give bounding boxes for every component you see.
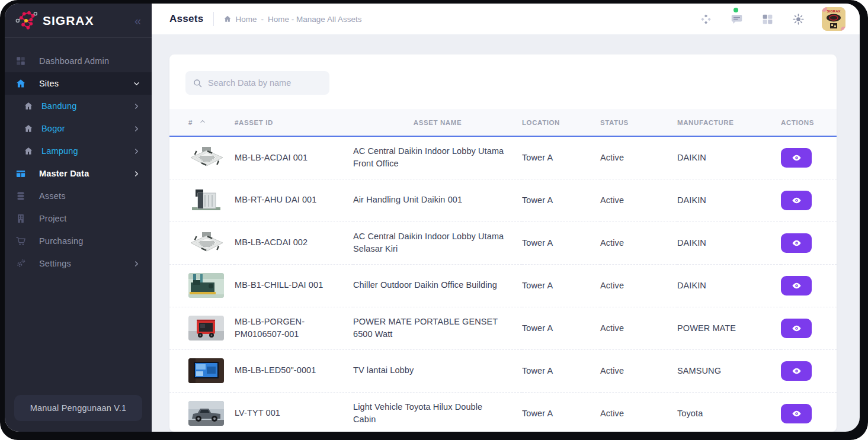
- status-cell: Active: [600, 136, 677, 179]
- home-icon: [24, 124, 33, 133]
- home-icon: [24, 146, 33, 156]
- table-icon: [15, 168, 26, 179]
- sidebar-item-settings[interactable]: Settings: [5, 252, 152, 275]
- table-header: ##ASSET IDASSET NAMELOCATIONSTATUSMANUFA…: [169, 109, 837, 136]
- diamond-menu-button[interactable]: [699, 12, 713, 26]
- sidebar-collapse-button[interactable]: «: [134, 15, 141, 27]
- content-area: ##ASSET IDASSET NAMELOCATIONSTATUSMANUFA…: [152, 34, 860, 432]
- sort-asc-icon[interactable]: [200, 118, 206, 124]
- asset-name-cell: Light Vehicle Toyota Hilux Double Cabin: [353, 392, 522, 432]
- sidebar-logo-row: SIGRAX «: [5, 4, 152, 38]
- status-cell: Active: [600, 307, 677, 349]
- status-cell: Active: [600, 264, 677, 307]
- sidebar-item-project[interactable]: Project: [5, 207, 152, 230]
- location-cell: Tower A: [522, 349, 600, 392]
- asset-thumbnail-vehicle: [188, 401, 224, 426]
- manual-button[interactable]: Manual Penggunaan V.1: [14, 395, 142, 421]
- page-title: Assets: [169, 13, 204, 25]
- main-area: Assets Home - Home - Manage All Assets: [152, 4, 860, 432]
- status-cell: Active: [600, 221, 677, 264]
- search-input[interactable]: [208, 78, 322, 88]
- asset-name-cell: AC Central Daikin Indoor Lobby Utama Sel…: [353, 221, 522, 264]
- view-asset-button[interactable]: [781, 319, 812, 338]
- manufacture-cell: DAIKIN: [677, 136, 781, 179]
- database-icon: [15, 191, 26, 201]
- table-row: MB-LB-ACDAI 002AC Central Daikin Indoor …: [169, 221, 837, 264]
- eye-icon: [792, 238, 802, 248]
- view-asset-button[interactable]: [781, 404, 812, 423]
- asset-name-cell: AC Central Daikin Indoor Lobby Utama Fro…: [353, 136, 522, 179]
- table-row: MB-B1-CHILL-DAI 001Chiller Outdoor Daiki…: [169, 264, 837, 307]
- diamond-cluster-icon: [700, 13, 712, 25]
- status-cell: Active: [600, 179, 677, 221]
- sun-icon: [792, 13, 805, 25]
- asset-thumbnail-ac-cassette: [188, 230, 224, 255]
- column-header-asset-name: ASSET NAME: [353, 109, 522, 136]
- asset-id-cell: MB-B1-CHILL-DAI 001: [235, 264, 353, 307]
- column-header-[interactable]: #: [169, 109, 235, 136]
- location-cell: Tower A: [522, 264, 600, 307]
- grid-icon: [761, 13, 774, 25]
- sidebar-item-sites[interactable]: Sites: [5, 72, 152, 95]
- home-icon: [24, 101, 33, 111]
- asset-id-cell: LV-TYT 001: [235, 392, 353, 432]
- chevron-right-icon: [133, 261, 140, 267]
- eye-icon: [792, 195, 802, 205]
- sidebar-item-lampung[interactable]: Lampung: [5, 140, 152, 162]
- search-box: [185, 71, 329, 95]
- column-header-manufacture: MANUFACTURE: [677, 109, 781, 136]
- sidebar-item-bogor[interactable]: Bogor: [5, 117, 152, 140]
- manufacture-cell: DAIKIN: [677, 264, 781, 307]
- location-cell: Tower A: [522, 221, 600, 264]
- asset-id-cell: MB-RT-AHU DAI 001: [235, 179, 353, 221]
- notification-dot: [734, 8, 738, 12]
- sidebar-item-assets[interactable]: Assets: [5, 185, 152, 207]
- status-cell: Active: [600, 392, 677, 432]
- sidebar-item-bandung[interactable]: Bandung: [5, 95, 152, 117]
- grid-menu-button[interactable]: [760, 12, 774, 26]
- table-row: MB-LB-PORGEN-PM0106507-001POWER MATE POR…: [169, 307, 837, 349]
- view-asset-button[interactable]: [781, 233, 812, 253]
- manufacture-cell: DAIKIN: [677, 179, 781, 221]
- brightness-button[interactable]: [791, 12, 805, 26]
- sidebar-item-purchasing[interactable]: Purchasing: [5, 230, 152, 252]
- view-asset-button[interactable]: [781, 276, 812, 296]
- asset-thumbnail-tv: [188, 358, 224, 383]
- brand-name: SIGRAX: [43, 14, 94, 28]
- view-asset-button[interactable]: [781, 191, 812, 210]
- app-root: SIGRAX « Dashboard AdminSitesBandungBogo…: [5, 4, 860, 432]
- chevron-right-icon: [133, 148, 140, 155]
- asset-thumbnail-ac-cassette: [188, 145, 224, 170]
- manufacture-cell: Toyota: [677, 392, 781, 432]
- sidebar-item-dashboard-admin[interactable]: Dashboard Admin: [5, 50, 152, 72]
- breadcrumb-home-link[interactable]: Home: [236, 15, 257, 24]
- asset-id-cell: MB-LB-ACDAI 001: [235, 136, 353, 179]
- asset-id-cell: MB-LB-LED50"-0001: [235, 349, 353, 392]
- user-avatar[interactable]: SIGRAX: [822, 7, 845, 31]
- search-icon: [193, 78, 203, 88]
- sidebar-item-master-data[interactable]: Master Data: [5, 162, 152, 185]
- manufacture-cell: DAIKIN: [677, 221, 781, 264]
- status-cell: Active: [600, 349, 677, 392]
- table-header-row: ##ASSET IDASSET NAMELOCATIONSTATUSMANUFA…: [169, 109, 837, 136]
- assets-card: ##ASSET IDASSET NAMELOCATIONSTATUSMANUFA…: [169, 54, 837, 432]
- asset-id-cell: MB-LB-ACDAI 002: [235, 221, 353, 264]
- view-asset-button[interactable]: [781, 148, 812, 168]
- view-asset-button[interactable]: [781, 361, 812, 381]
- chat-button[interactable]: [729, 12, 744, 26]
- manufacture-cell: SAMSUNG: [677, 349, 781, 392]
- asset-name-cell: Chiller Outdoor Daikin Office Building: [353, 264, 522, 307]
- table-row: LV-TYT 001Light Vehicle Toyota Hilux Dou…: [169, 392, 837, 432]
- brand-logo-icon: [14, 9, 38, 33]
- column-header-actions: ACTIONS: [781, 109, 837, 136]
- location-cell: Tower A: [522, 307, 600, 349]
- gears-icon: [15, 258, 26, 269]
- location-cell: Tower A: [522, 136, 600, 179]
- eye-icon: [792, 323, 802, 333]
- table-row: MB-LB-LED50"-0001TV lantai LobbyTower AA…: [169, 349, 837, 392]
- breadcrumb-current-link[interactable]: Home - Manage All Assets: [268, 15, 361, 24]
- eye-icon: [792, 281, 802, 291]
- breadcrumb: Home - Home - Manage All Assets: [223, 15, 362, 24]
- sidebar: SIGRAX « Dashboard AdminSitesBandungBogo…: [5, 4, 152, 432]
- eye-icon: [792, 409, 802, 419]
